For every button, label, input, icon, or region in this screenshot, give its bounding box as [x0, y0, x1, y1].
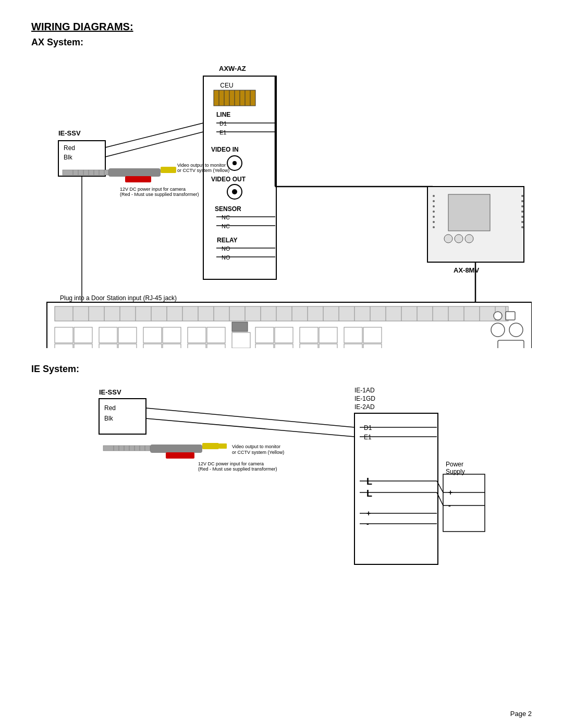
blk-label-ax: Blk [64, 154, 73, 161]
svg-rect-82 [232, 332, 250, 348]
nc2-label: NC [222, 223, 230, 229]
plug-note: Plug into a Door Station input (RJ-45 ja… [60, 294, 177, 302]
svg-point-22 [433, 205, 435, 207]
red-label-ax: Red [64, 144, 75, 152]
video-note-ax: Video output to monitor [177, 163, 226, 168]
svg-rect-89 [319, 327, 337, 343]
svg-rect-81 [232, 322, 248, 331]
ie-power-note2: (Red - Must use supplied transformer) [198, 466, 277, 472]
ie-l1-label: L [366, 476, 372, 487]
ie-e1-label: E1 [364, 434, 372, 441]
svg-point-32 [521, 221, 523, 223]
page: WIRING DIAGRAMS: AX System: AXW-AZ CEU L… [0, 0, 563, 728]
svg-rect-94 [344, 344, 362, 348]
power-note2-ax: (Red - Must use supplied transformer) [120, 192, 199, 197]
svg-point-25 [433, 221, 435, 223]
svg-rect-35 [55, 306, 508, 321]
ie-cable-body [150, 445, 202, 453]
svg-rect-87 [275, 344, 293, 348]
ax8mv-screen [448, 194, 490, 231]
svg-rect-73 [143, 327, 162, 343]
main-title: WIRING DIAGRAMS: [31, 21, 532, 33]
ie-section: IE System: IE-SSV Red Blk IE-1AD IE-1GD … [31, 364, 532, 581]
ie1gd-label: IE-1GD [354, 395, 375, 402]
ie-yellow-plug [219, 443, 227, 449]
nc1-label: NC [222, 214, 230, 220]
e1-label: E1 [219, 129, 226, 135]
ax-system-title: AX System: [31, 37, 532, 48]
ie-l2-label: L [366, 488, 372, 499]
video-in-dot [232, 161, 237, 165]
ie-red-rca [166, 452, 194, 459]
svg-point-31 [521, 216, 523, 218]
blk-label-ie: Blk [104, 415, 114, 422]
power-supply-label: Power [446, 461, 463, 468]
svg-rect-70 [118, 327, 137, 343]
svg-point-23 [433, 211, 435, 213]
svg-point-21 [433, 200, 435, 202]
svg-point-20 [433, 195, 435, 197]
svg-rect-74 [163, 327, 181, 343]
svg-point-33 [521, 226, 523, 228]
console-switch [506, 312, 515, 320]
svg-rect-80 [207, 344, 225, 348]
no2-label: NO [222, 254, 230, 261]
console-big-btn2 [509, 323, 523, 337]
svg-point-24 [433, 216, 435, 218]
svg-point-28 [521, 200, 523, 202]
ie-system-title: IE System: [31, 364, 532, 375]
ax8mv-btn3 [465, 235, 473, 243]
svg-rect-84 [255, 327, 274, 343]
iessv-label-ax: IE-SSV [58, 129, 81, 137]
svg-rect-77 [188, 327, 206, 343]
svg-rect-85 [275, 327, 293, 343]
ie-yellow-rca [202, 443, 219, 449]
power-supply-label2: Supply [446, 468, 465, 475]
sensor-label: SENSOR [215, 205, 241, 213]
svg-point-26 [433, 226, 435, 228]
video-out-label: VIDEO OUT [211, 176, 246, 183]
svg-rect-88 [300, 327, 318, 343]
svg-rect-78 [207, 327, 225, 343]
axw-az-label: AXW-AZ [219, 65, 246, 72]
power-note-ax: 12V DC power input for camera [120, 187, 186, 192]
svg-point-27 [521, 195, 523, 197]
console-bar-btn [498, 340, 524, 348]
terminal-row-top [55, 306, 508, 321]
svg-rect-72 [118, 344, 137, 348]
svg-point-30 [521, 211, 523, 213]
line-label: LINE [216, 111, 230, 118]
ie-d1-label: D1 [364, 424, 372, 431]
video-note2-ax: or CCTV system (Yellow) [177, 168, 229, 173]
cable-wire [63, 170, 108, 175]
svg-rect-79 [188, 344, 206, 348]
ie2ad-label: IE-2AD [354, 403, 375, 411]
console-big-btn1 [491, 323, 505, 337]
d1-label: D1 [219, 120, 227, 127]
ie1ad-label: IE-1AD [354, 387, 375, 394]
svg-rect-93 [363, 327, 382, 343]
ax-diagram-svg: AXW-AZ CEU LINE D1 E1 [31, 56, 532, 348]
cable-body [108, 168, 161, 177]
svg-rect-65 [55, 327, 73, 343]
svg-rect-90 [300, 344, 318, 348]
red-label-ie: Red [104, 404, 116, 412]
console-btn-group5 [232, 322, 250, 348]
iessv-label-ie: IE-SSV [99, 388, 121, 396]
video-out-dot [232, 189, 237, 194]
svg-rect-86 [255, 344, 274, 348]
svg-rect-91 [319, 344, 337, 348]
ie-diagram-svg: IE-SSV Red Blk IE-1AD IE-1GD IE-2AD D1 E… [31, 383, 532, 581]
ax8mv-btn2 [455, 235, 463, 243]
svg-rect-67 [55, 344, 73, 348]
ie-system-diagram: IE-SSV Red Blk IE-1AD IE-1GD IE-2AD D1 E… [31, 383, 532, 581]
ax8mv-btn1 [444, 235, 452, 243]
video-in-label: VIDEO IN [211, 146, 239, 153]
svg-point-29 [521, 205, 523, 207]
svg-rect-69 [99, 327, 117, 343]
ax-system-diagram: AXW-AZ CEU LINE D1 E1 [31, 56, 532, 348]
ie-cable-wire [103, 446, 150, 451]
svg-rect-92 [344, 327, 362, 343]
svg-rect-66 [74, 327, 92, 343]
red-rca [125, 176, 151, 182]
